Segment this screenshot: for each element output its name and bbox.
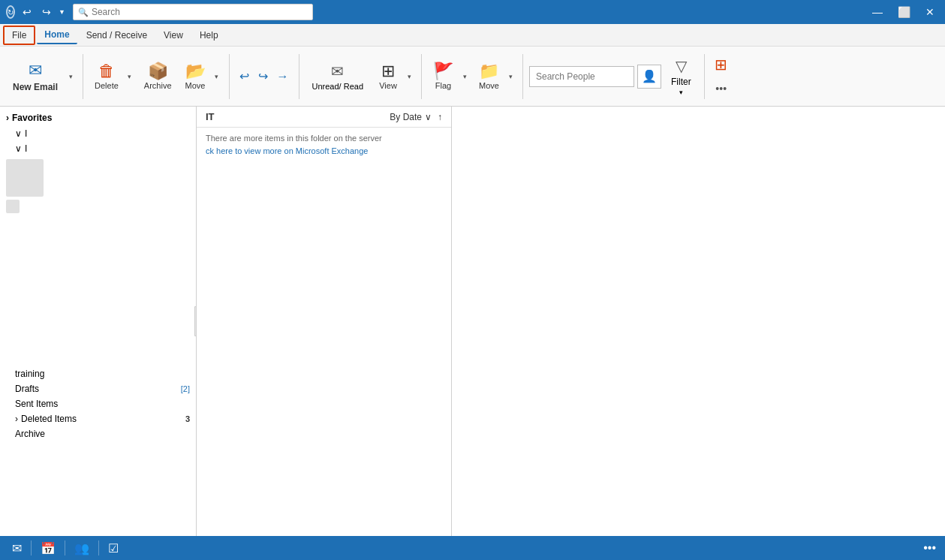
sidebar-item-sent[interactable]: Sent Items [0,396,196,411]
status-people-button[interactable]: 👥 [71,541,92,555]
move-button[interactable]: 📂 Move [180,51,211,102]
sidebar-item-deleted[interactable]: › Deleted Items 3 [0,411,196,426]
search-input[interactable] [92,7,308,17]
sidebar: › Favorites ∨ I ∨ I training Drafts [0,107,197,536]
menu-file[interactable]: File [3,26,35,45]
chevron-right-icon-deleted: › [15,414,18,424]
people-icon-button[interactable]: 👤 [637,65,661,89]
move-dropdown[interactable]: ▾ [211,51,223,102]
new-email-icon: ✉ [29,61,42,80]
sidebar-deleted-label: Deleted Items [21,414,185,424]
filter-button[interactable]: ▽ Filter ▾ [664,51,698,102]
flag-label: Flag [435,81,451,90]
status-more-button[interactable]: ••• [923,541,936,555]
sidebar-placeholder-small [6,200,20,213]
mail-status-icon: ✉ [12,541,22,555]
sidebar-collapse-button[interactable]: ◀ [194,306,197,336]
sort-direction-button[interactable]: ↑ [438,112,442,122]
chevron-down-icon-1: ∨ [15,128,22,139]
favorites-label: Favorites [12,113,52,123]
flag-button[interactable]: 🚩 Flag [428,51,459,102]
move2-button[interactable]: 📁 Move [474,51,504,102]
sidebar-spacer [0,216,196,366]
refresh-icon[interactable]: ↻ [6,5,15,19]
flag-dropdown[interactable]: ▾ [459,51,471,102]
exchange-link[interactable]: ck here to view more on Microsoft Exchan… [206,146,368,155]
email-list-header: IT By Date ∨ ↑ [197,107,451,128]
search-people-group: 👤 [529,65,661,89]
sidebar-item-1[interactable]: ∨ I [0,126,196,141]
sidebar-placeholder-block [6,159,44,197]
reply-button[interactable]: ↩ [236,65,253,87]
new-email-group: ✉ New Email ▾ [6,51,77,102]
more-options-button[interactable]: ••• [711,78,732,99]
sidebar-item-archive[interactable]: Archive [0,426,196,441]
ribbon: ✉ New Email ▾ 🗑 Delete ▾ 📦 Archive 📂 Mov… [0,47,945,107]
sidebar-training-label: training [15,369,190,379]
menu-send-receive[interactable]: Send / Receive [79,27,155,44]
menu-view[interactable]: View [156,27,191,44]
sort-button[interactable]: By Date ∨ [390,112,432,122]
delete-label: Delete [95,81,119,90]
drafts-badge: [2] [181,384,190,393]
search-people-input[interactable] [529,66,634,87]
status-separator-1 [31,540,32,555]
flag-group: 🚩 Flag ▾ [428,51,471,102]
new-email-button[interactable]: ✉ New Email [6,51,65,102]
chevron-right-icon: › [6,113,9,123]
sidebar-archive-label: Archive [15,429,190,439]
minimize-button[interactable]: — [868,5,887,20]
server-message: There are more items in this folder on t… [206,134,442,143]
close-button[interactable]: ✕ [921,5,939,20]
menu-help[interactable]: Help [192,27,226,44]
filter-icon: ▽ [676,57,687,75]
flag-icon: 🚩 [433,63,453,80]
archive-button[interactable]: 📦 Archive [139,51,177,102]
redo-button[interactable]: ↪ [39,5,54,20]
view-group: ⊞ View ▾ [373,51,415,102]
sidebar-item-training[interactable]: training [0,366,196,381]
grid-button[interactable]: ⊞ [711,54,732,75]
unread-read-button[interactable]: ✉ Unread/ Read [305,51,371,102]
separator-5 [522,54,523,99]
people-status-icon: 👥 [74,541,89,555]
maximize-button[interactable]: ⬜ [893,5,915,20]
email-list-body: There are more items in this folder on t… [197,128,451,536]
sidebar-item-drafts[interactable]: Drafts [2] [0,381,196,396]
title-bar-left: ↻ ↩ ↪ ▼ 🔍 [6,4,214,20]
delete-dropdown[interactable]: ▾ [124,51,136,102]
separator-2 [229,54,230,99]
sort-by-label: By Date [390,112,422,122]
move2-dropdown[interactable]: ▾ [504,51,516,102]
separator-1 [83,54,83,99]
status-calendar-button[interactable]: 📅 [38,541,59,555]
reading-pane [452,107,945,536]
reply-all-button[interactable]: ↪ [254,65,272,87]
filter-label: Filter [671,77,691,87]
move-label: Move [185,81,206,90]
quick-access-dropdown[interactable]: ▼ [59,8,65,16]
title-bar: ↻ ↩ ↪ ▼ 🔍 — ⬜ ✕ [0,0,945,24]
undo-button[interactable]: ↩ [20,5,35,20]
view-icon: ⊞ [381,63,395,80]
person-icon: 👤 [642,69,657,83]
title-search-bar[interactable]: 🔍 [73,4,313,20]
view-button[interactable]: ⊞ View [373,51,403,102]
menu-home[interactable]: Home [37,26,77,44]
sidebar-sent-label: Sent Items [15,399,190,409]
delete-group: 🗑 Delete ▾ [89,51,136,102]
sidebar-item-2[interactable]: ∨ I [0,141,196,156]
status-mail-button[interactable]: ✉ [9,541,25,555]
favorites-header[interactable]: › Favorites [0,110,196,126]
nav-arrows-group: ↩ ↪ → [236,65,293,87]
sidebar-item-2-label: I [25,143,190,154]
grid-more-group: ⊞ ••• [711,51,732,102]
status-tasks-button[interactable]: ☑ [105,541,122,555]
sort-chevron-icon: ∨ [425,112,432,122]
view-dropdown[interactable]: ▾ [403,51,415,102]
status-bar: ✉ 📅 👥 ☑ ••• [0,536,945,560]
forward-button[interactable]: → [273,66,293,87]
delete-button[interactable]: 🗑 Delete [89,51,124,102]
new-email-dropdown[interactable]: ▾ [65,51,77,102]
main-layout: › Favorites ∨ I ∨ I training Drafts [0,107,945,536]
